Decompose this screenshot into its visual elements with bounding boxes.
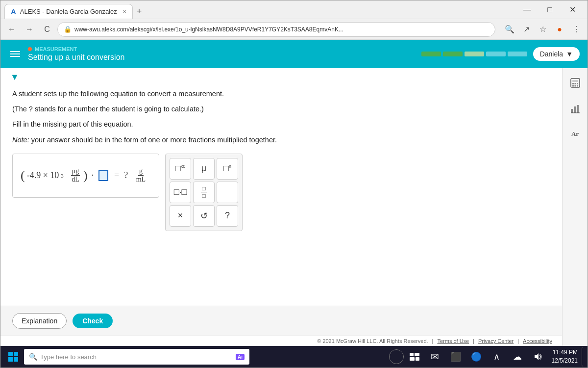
user-name: Daniela	[540, 50, 563, 58]
chrome-button[interactable]: 🔵	[466, 347, 486, 367]
coefficient: -4.9 × 10	[27, 170, 59, 181]
chevron-button[interactable]: ∧	[487, 347, 507, 367]
close-paren: )	[83, 169, 88, 182]
hamburger-line	[10, 56, 20, 57]
speaker-button[interactable]	[528, 347, 548, 367]
chart-icon	[570, 103, 581, 114]
office-button[interactable]: ⬛	[446, 347, 466, 367]
collapse-button[interactable]: ▼	[10, 72, 19, 82]
ar-button[interactable]: Ar	[566, 125, 584, 143]
problem-line-2: (The ? stands for a number the student i…	[12, 104, 550, 115]
superscript-button[interactable]: □x0	[170, 158, 191, 180]
show-desktop-button[interactable]	[582, 347, 586, 367]
title-bar: A ALEKS - Daniela Garcia Gonzalez × + — …	[0, 0, 588, 19]
new-tab-button[interactable]: +	[133, 4, 146, 19]
separator-3: |	[517, 338, 519, 344]
svg-rect-14	[8, 357, 13, 362]
svg-rect-16	[410, 353, 414, 356]
dot-product-icon: □·□	[174, 187, 187, 197]
maximize-button[interactable]: □	[539, 2, 561, 17]
problem-line-1: A student sets up the following equation…	[12, 88, 550, 100]
forward-button[interactable]: →	[22, 22, 37, 37]
help-button[interactable]: ?	[217, 205, 238, 227]
profile-icon-btn[interactable]: ●	[552, 22, 567, 37]
check-button[interactable]: Check	[73, 314, 113, 328]
section-label: MEASUREMENT	[35, 46, 77, 52]
problem-line-3: Fill in the missing part of this equatio…	[12, 119, 550, 130]
svg-rect-1	[572, 80, 578, 82]
cortana-button[interactable]	[389, 349, 404, 364]
explanation-button[interactable]: Explanation	[12, 313, 67, 329]
exponent: 3	[61, 173, 64, 179]
start-button[interactable]	[2, 346, 24, 368]
svg-rect-17	[415, 353, 419, 356]
url-box[interactable]: 🔒 www-awu.aleks.com/alekscgi/x/lsl.exe/1…	[57, 22, 495, 37]
nth-power-button[interactable]: □n	[217, 158, 238, 180]
search-placeholder: Type here to search	[40, 353, 233, 361]
problem-line-4: Note: your answer should be in the form …	[12, 134, 550, 146]
multiply-button[interactable]	[217, 182, 238, 203]
chart-button[interactable]	[566, 100, 584, 117]
bottom-bar: Explanation Check	[0, 306, 562, 336]
svg-rect-4	[577, 83, 578, 84]
separator-1: |	[432, 338, 434, 344]
taskbar-clock: 11:49 PM 12/5/2021	[548, 348, 582, 365]
svg-rect-15	[14, 357, 18, 362]
svg-rect-7	[577, 85, 578, 87]
back-button[interactable]: ←	[4, 22, 19, 37]
active-tab[interactable]: A ALEKS - Daniela Garcia Gonzalez ×	[4, 4, 133, 19]
unit-denominator: dL	[71, 176, 80, 184]
calculator-button[interactable]	[566, 74, 584, 92]
footer: © 2021 McGraw Hill LLC. All Rights Reser…	[0, 336, 562, 346]
terms-link[interactable]: Terms of Use	[437, 338, 469, 344]
network-button[interactable]: ☁	[508, 347, 527, 367]
progress-segment-5	[508, 52, 527, 56]
equation-box[interactable]: ( -4.9 × 10 3 μg dL ) ·	[12, 154, 159, 198]
accessibility-link[interactable]: Accessibility	[523, 338, 552, 344]
copyright-text: © 2021 McGraw Hill LLC. All Rights Reser…	[317, 338, 428, 344]
favorites-icon-btn[interactable]: ☆	[536, 22, 550, 37]
more-icon-btn[interactable]: ⋮	[569, 22, 584, 37]
main-content: ▼ A student sets up the following equati…	[0, 68, 588, 346]
user-menu-button[interactable]: Daniela ▼	[533, 47, 580, 61]
aleks-a-icon: A	[11, 7, 16, 16]
clock-date: 12/5/2021	[552, 357, 578, 365]
unit-numerator: μg	[71, 167, 80, 176]
ar-icon: Ar	[571, 130, 579, 138]
dot-product-button[interactable]: □·□	[170, 182, 191, 203]
hamburger-line	[10, 53, 20, 54]
share-icon-btn[interactable]: ↗	[519, 22, 534, 37]
equals-sign: =	[114, 170, 119, 181]
undo-button[interactable]: ↺	[193, 205, 215, 227]
mu-button[interactable]: μ	[193, 158, 215, 180]
hamburger-menu-button[interactable]	[8, 49, 22, 59]
url-text: www-awu.aleks.com/alekscgi/x/lsl.exe/1o_…	[74, 26, 489, 33]
search-icon-btn[interactable]: 🔍	[502, 22, 517, 37]
fraction-button[interactable]: □ □	[193, 182, 215, 203]
nth-power-icon: □n	[223, 163, 231, 174]
svg-rect-10	[577, 105, 579, 113]
tab-close-button[interactable]: ×	[123, 8, 126, 15]
svg-rect-2	[572, 83, 574, 84]
refresh-button[interactable]: C	[40, 22, 54, 37]
answer-input-box[interactable]	[98, 170, 108, 181]
aleks-header: MEASUREMENT Setting up a unit conversion…	[0, 40, 588, 68]
minimize-button[interactable]: —	[516, 2, 539, 17]
result-numerator: g	[138, 167, 144, 176]
privacy-link[interactable]: Privacy Center	[478, 338, 514, 344]
progress-bars	[421, 52, 527, 56]
calculator-icon	[570, 78, 581, 88]
svg-rect-3	[574, 83, 576, 84]
close-button[interactable]: ✕	[561, 2, 584, 17]
mail-button[interactable]: ✉	[425, 347, 445, 367]
address-bar: ← → C 🔒 www-awu.aleks.com/alekscgi/x/lsl…	[0, 19, 588, 40]
taskbar-icons: ✉ ⬛ 🔵 ∧ ☁	[389, 347, 548, 367]
task-view-button[interactable]	[405, 347, 424, 367]
close-button-keypad[interactable]: ×	[170, 205, 191, 227]
right-sidebar: Ar	[562, 68, 588, 346]
hamburger-line	[10, 51, 20, 52]
search-box[interactable]: 🔍 Type here to search Ai	[24, 349, 249, 365]
math-expression: ( -4.9 × 10 3 μg dL ) ·	[21, 167, 147, 184]
mu-icon: μ	[201, 163, 206, 174]
chevron-row: ▼	[0, 68, 562, 82]
